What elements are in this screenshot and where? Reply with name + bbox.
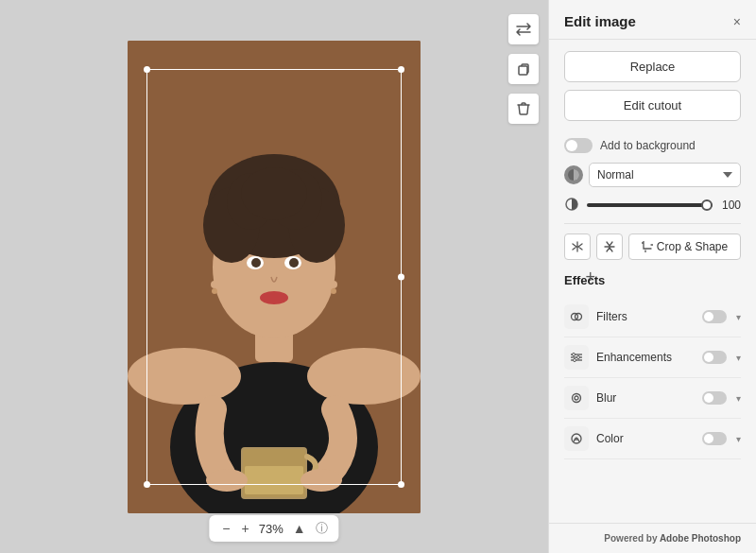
filters-chevron: ▾ xyxy=(736,312,741,322)
svg-point-14 xyxy=(289,258,299,268)
crop-shape-button[interactable]: Crop & Shape xyxy=(628,233,741,260)
filters-label: Filters xyxy=(596,310,695,323)
panel-title: Edit image xyxy=(564,13,636,29)
blur-icon xyxy=(564,386,589,410)
right-panel: Edit image × Replace Edit cutout Add to … xyxy=(548,0,756,553)
svg-point-10 xyxy=(241,167,307,220)
zoom-out-button[interactable]: − xyxy=(220,519,232,538)
enhancements-toggle[interactable] xyxy=(702,351,727,364)
opacity-row: 100 xyxy=(564,197,741,214)
tools-row: Crop & Shape xyxy=(564,223,741,260)
blur-chevron: ▾ xyxy=(736,393,741,404)
add-to-background-row: Add to background xyxy=(564,138,741,153)
svg-point-16 xyxy=(211,281,218,288)
enhancements-icon xyxy=(564,345,589,370)
blur-row[interactable]: Blur ▾ xyxy=(564,378,741,419)
blur-toggle[interactable] xyxy=(702,391,727,405)
zoom-up-arrow[interactable]: ▲ xyxy=(291,519,308,538)
zoom-in-button[interactable]: + xyxy=(240,519,251,538)
blend-mode-icon xyxy=(564,165,583,184)
svg-point-38 xyxy=(575,396,578,400)
svg-point-15 xyxy=(260,291,288,304)
svg-point-39 xyxy=(572,434,581,443)
filters-toggle[interactable] xyxy=(702,310,727,323)
svg-point-20 xyxy=(128,348,241,405)
svg-point-13 xyxy=(251,258,261,268)
zoom-bar: − + 73% ▲ ⓘ xyxy=(209,515,338,542)
filters-icon xyxy=(564,304,589,329)
zoom-level-text: 73% xyxy=(259,522,284,536)
svg-point-18 xyxy=(330,281,337,288)
opacity-value: 100 xyxy=(718,199,741,212)
svg-point-21 xyxy=(307,348,421,405)
enhancements-row[interactable]: Enhancements ▾ xyxy=(564,337,741,378)
svg-point-25 xyxy=(206,469,248,492)
image-container[interactable] xyxy=(128,41,421,513)
filters-row[interactable]: Filters ▾ xyxy=(564,297,741,337)
svg-point-35 xyxy=(577,356,580,359)
crop-shape-label: Crop & Shape xyxy=(657,240,728,253)
blend-mode-row: Normal Multiply Screen Overlay Darken Li… xyxy=(564,163,741,187)
svg-rect-24 xyxy=(245,466,303,494)
add-content-button[interactable]: + xyxy=(585,267,595,286)
opacity-icon xyxy=(564,197,581,214)
panel-header: Edit image × xyxy=(549,0,756,40)
panel-footer: Powered by Adobe Photoshop xyxy=(549,523,756,553)
color-chevron: ▾ xyxy=(736,434,741,444)
svg-point-17 xyxy=(212,288,217,294)
color-toggle[interactable] xyxy=(702,432,727,445)
canvas-content: + xyxy=(0,0,548,553)
blur-label: Blur xyxy=(596,391,695,405)
enhancements-label: Enhancements xyxy=(596,351,695,364)
color-row[interactable]: Color ▾ xyxy=(564,419,741,459)
footer-brand: Adobe Photoshop xyxy=(660,533,741,544)
color-icon xyxy=(564,426,589,451)
add-to-background-label: Add to background xyxy=(600,139,696,152)
panel-body: Replace Edit cutout Add to background No… xyxy=(549,40,756,523)
svg-point-26 xyxy=(301,469,342,492)
info-button[interactable]: ⓘ xyxy=(316,520,328,537)
opacity-slider[interactable] xyxy=(587,203,713,207)
panel-close-button[interactable]: × xyxy=(733,15,741,28)
svg-point-34 xyxy=(573,354,576,356)
svg-point-19 xyxy=(331,288,336,294)
replace-button[interactable]: Replace xyxy=(564,51,741,82)
flip-vertical-button[interactable] xyxy=(596,233,623,260)
add-to-background-toggle[interactable] xyxy=(564,138,593,153)
color-label: Color xyxy=(596,432,695,445)
edit-cutout-button[interactable]: Edit cutout xyxy=(564,90,741,121)
enhancements-chevron: ▾ xyxy=(736,353,741,363)
canvas-area: + − + 73% ▲ ⓘ xyxy=(0,0,548,553)
footer-text: Powered by xyxy=(604,533,660,544)
blend-mode-select[interactable]: Normal Multiply Screen Overlay Darken Li… xyxy=(589,163,741,187)
svg-point-37 xyxy=(573,394,581,403)
person-image xyxy=(128,41,421,513)
flip-horizontal-button[interactable] xyxy=(564,233,591,260)
svg-point-36 xyxy=(574,359,576,362)
